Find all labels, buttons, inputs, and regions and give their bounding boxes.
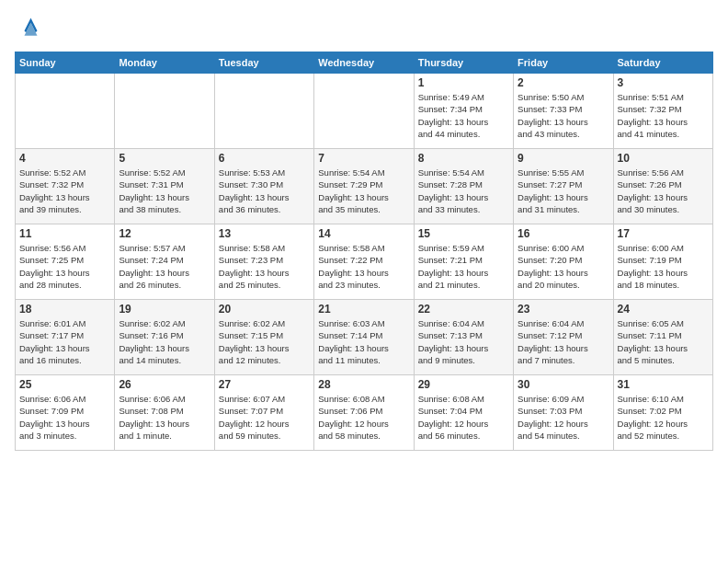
- day-info: Sunrise: 6:04 AM Sunset: 7:13 PM Dayligh…: [418, 317, 509, 366]
- week-row-1: 4Sunrise: 5:52 AM Sunset: 7:32 PM Daylig…: [16, 149, 713, 224]
- day-number: 9: [518, 152, 609, 165]
- day-number: 23: [518, 303, 609, 316]
- calendar-cell: [214, 74, 313, 149]
- day-number: 14: [318, 227, 409, 240]
- calendar-cell: 26Sunrise: 6:06 AM Sunset: 7:08 PM Dayli…: [115, 375, 214, 451]
- logo: [15, 15, 44, 40]
- day-info: Sunrise: 6:06 AM Sunset: 7:09 PM Dayligh…: [19, 393, 110, 442]
- calendar-cell: 1Sunrise: 5:49 AM Sunset: 7:34 PM Daylig…: [414, 74, 513, 149]
- day-number: 1: [418, 76, 509, 89]
- calendar-cell: 8Sunrise: 5:54 AM Sunset: 7:28 PM Daylig…: [414, 149, 513, 224]
- day-number: 25: [19, 378, 110, 391]
- day-info: Sunrise: 6:08 AM Sunset: 7:04 PM Dayligh…: [418, 393, 509, 442]
- day-number: 18: [19, 303, 110, 316]
- calendar-cell: 10Sunrise: 5:56 AM Sunset: 7:26 PM Dayli…: [613, 149, 712, 224]
- day-info: Sunrise: 5:54 AM Sunset: 7:29 PM Dayligh…: [318, 167, 409, 215]
- day-info: Sunrise: 6:04 AM Sunset: 7:12 PM Dayligh…: [518, 317, 609, 366]
- calendar-cell: [16, 74, 115, 149]
- calendar-cell: 24Sunrise: 6:05 AM Sunset: 7:11 PM Dayli…: [613, 300, 712, 375]
- calendar-cell: [314, 74, 414, 149]
- calendar-table: SundayMondayTuesdayWednesdayThursdayFrid…: [15, 52, 713, 451]
- day-number: 20: [219, 303, 310, 316]
- day-number: 7: [318, 152, 409, 165]
- calendar-cell: 17Sunrise: 6:00 AM Sunset: 7:19 PM Dayli…: [613, 224, 712, 300]
- day-info: Sunrise: 5:58 AM Sunset: 7:22 PM Dayligh…: [318, 242, 409, 291]
- calendar-cell: 25Sunrise: 6:06 AM Sunset: 7:09 PM Dayli…: [16, 375, 115, 451]
- calendar-cell: 27Sunrise: 6:07 AM Sunset: 7:07 PM Dayli…: [214, 375, 313, 451]
- day-info: Sunrise: 5:52 AM Sunset: 7:31 PM Dayligh…: [119, 167, 210, 215]
- weekday-header-friday: Friday: [514, 52, 613, 74]
- day-info: Sunrise: 6:02 AM Sunset: 7:16 PM Dayligh…: [119, 317, 210, 366]
- weekday-header-row: SundayMondayTuesdayWednesdayThursdayFrid…: [16, 52, 713, 74]
- calendar-cell: 2Sunrise: 5:50 AM Sunset: 7:33 PM Daylig…: [514, 74, 613, 149]
- day-info: Sunrise: 6:00 AM Sunset: 7:19 PM Dayligh…: [618, 242, 709, 291]
- day-info: Sunrise: 5:58 AM Sunset: 7:23 PM Dayligh…: [219, 242, 310, 291]
- day-number: 27: [219, 378, 310, 391]
- week-row-3: 18Sunrise: 6:01 AM Sunset: 7:17 PM Dayli…: [16, 300, 713, 375]
- calendar-cell: 3Sunrise: 5:51 AM Sunset: 7:32 PM Daylig…: [613, 74, 712, 149]
- day-number: 11: [19, 227, 110, 240]
- calendar-cell: 19Sunrise: 6:02 AM Sunset: 7:16 PM Dayli…: [115, 300, 214, 375]
- day-number: 28: [318, 378, 409, 391]
- day-number: 8: [418, 152, 509, 165]
- weekday-header-saturday: Saturday: [613, 52, 712, 74]
- calendar-cell: 29Sunrise: 6:08 AM Sunset: 7:04 PM Dayli…: [414, 375, 513, 451]
- day-info: Sunrise: 5:54 AM Sunset: 7:28 PM Dayligh…: [418, 167, 509, 215]
- calendar-cell: 21Sunrise: 6:03 AM Sunset: 7:14 PM Dayli…: [314, 300, 414, 375]
- day-info: Sunrise: 5:55 AM Sunset: 7:27 PM Dayligh…: [518, 167, 609, 215]
- day-number: 30: [518, 378, 609, 391]
- page: SundayMondayTuesdayWednesdayThursdayFrid…: [0, 0, 728, 563]
- day-number: 29: [418, 378, 509, 391]
- day-info: Sunrise: 6:08 AM Sunset: 7:06 PM Dayligh…: [318, 393, 409, 442]
- calendar-cell: 13Sunrise: 5:58 AM Sunset: 7:23 PM Dayli…: [214, 224, 313, 300]
- day-number: 24: [618, 303, 709, 316]
- logo-icon: [15, 15, 40, 40]
- day-info: Sunrise: 6:01 AM Sunset: 7:17 PM Dayligh…: [19, 317, 110, 366]
- calendar-cell: 20Sunrise: 6:02 AM Sunset: 7:15 PM Dayli…: [214, 300, 313, 375]
- day-info: Sunrise: 6:02 AM Sunset: 7:15 PM Dayligh…: [219, 317, 310, 366]
- day-number: 3: [618, 76, 709, 89]
- calendar-cell: 30Sunrise: 6:09 AM Sunset: 7:03 PM Dayli…: [514, 375, 613, 451]
- weekday-header-sunday: Sunday: [16, 52, 115, 74]
- day-number: 13: [219, 227, 310, 240]
- day-info: Sunrise: 5:49 AM Sunset: 7:34 PM Dayligh…: [418, 91, 509, 140]
- day-number: 17: [618, 227, 709, 240]
- day-info: Sunrise: 5:57 AM Sunset: 7:24 PM Dayligh…: [119, 242, 210, 291]
- calendar-cell: 6Sunrise: 5:53 AM Sunset: 7:30 PM Daylig…: [214, 149, 313, 224]
- day-number: 2: [518, 76, 609, 89]
- calendar-cell: 28Sunrise: 6:08 AM Sunset: 7:06 PM Dayli…: [314, 375, 414, 451]
- weekday-header-thursday: Thursday: [414, 52, 513, 74]
- day-info: Sunrise: 6:03 AM Sunset: 7:14 PM Dayligh…: [318, 317, 409, 366]
- calendar-cell: 22Sunrise: 6:04 AM Sunset: 7:13 PM Dayli…: [414, 300, 513, 375]
- calendar-cell: 9Sunrise: 5:55 AM Sunset: 7:27 PM Daylig…: [514, 149, 613, 224]
- weekday-header-monday: Monday: [115, 52, 214, 74]
- day-number: 4: [19, 152, 110, 165]
- day-number: 16: [518, 227, 609, 240]
- calendar-cell: 4Sunrise: 5:52 AM Sunset: 7:32 PM Daylig…: [16, 149, 115, 224]
- day-info: Sunrise: 5:50 AM Sunset: 7:33 PM Dayligh…: [518, 91, 609, 140]
- day-info: Sunrise: 6:07 AM Sunset: 7:07 PM Dayligh…: [219, 393, 310, 442]
- day-number: 10: [618, 152, 709, 165]
- day-info: Sunrise: 5:53 AM Sunset: 7:30 PM Dayligh…: [219, 167, 310, 215]
- day-number: 15: [418, 227, 509, 240]
- day-number: 31: [618, 378, 709, 391]
- day-info: Sunrise: 6:00 AM Sunset: 7:20 PM Dayligh…: [518, 242, 609, 291]
- day-number: 21: [318, 303, 409, 316]
- header: [15, 15, 713, 40]
- day-info: Sunrise: 5:51 AM Sunset: 7:32 PM Dayligh…: [618, 91, 709, 140]
- day-info: Sunrise: 6:05 AM Sunset: 7:11 PM Dayligh…: [618, 317, 709, 366]
- week-row-4: 25Sunrise: 6:06 AM Sunset: 7:09 PM Dayli…: [16, 375, 713, 451]
- weekday-header-tuesday: Tuesday: [214, 52, 313, 74]
- week-row-2: 11Sunrise: 5:56 AM Sunset: 7:25 PM Dayli…: [16, 224, 713, 300]
- day-number: 6: [219, 152, 310, 165]
- day-number: 12: [119, 227, 210, 240]
- calendar-cell: 23Sunrise: 6:04 AM Sunset: 7:12 PM Dayli…: [514, 300, 613, 375]
- day-info: Sunrise: 6:10 AM Sunset: 7:02 PM Dayligh…: [618, 393, 709, 442]
- day-info: Sunrise: 6:06 AM Sunset: 7:08 PM Dayligh…: [119, 393, 210, 442]
- weekday-header-wednesday: Wednesday: [314, 52, 414, 74]
- week-row-0: 1Sunrise: 5:49 AM Sunset: 7:34 PM Daylig…: [16, 74, 713, 149]
- day-number: 19: [119, 303, 210, 316]
- calendar-cell: 15Sunrise: 5:59 AM Sunset: 7:21 PM Dayli…: [414, 224, 513, 300]
- day-info: Sunrise: 5:59 AM Sunset: 7:21 PM Dayligh…: [418, 242, 509, 291]
- calendar-cell: 11Sunrise: 5:56 AM Sunset: 7:25 PM Dayli…: [16, 224, 115, 300]
